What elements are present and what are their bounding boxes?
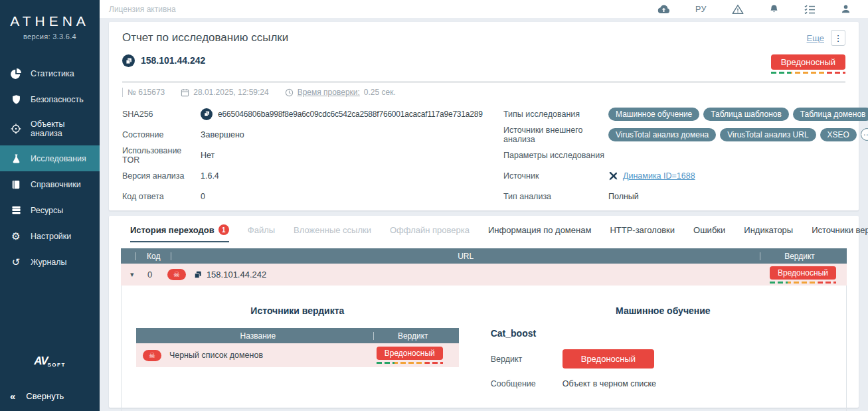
sidebar-item-security[interactable]: Безопасность — [0, 86, 100, 112]
bell-icon[interactable] — [769, 4, 779, 15]
verdict-source-verdict-wrap: Вредоносный — [367, 347, 452, 364]
tabs-bar: История переходов 1 Файлы Вложенные ссыл… — [121, 224, 847, 242]
tab-indicators[interactable]: Индикаторы — [744, 225, 793, 242]
ml-message-label: Сообщение — [491, 379, 563, 388]
expanded-row-panel: Источники вердикта Название Вердикт ☠ Че… — [121, 286, 847, 411]
target-row: 158.101.44.242 Вредоносный — [122, 54, 845, 74]
column-verdict: Вердикт — [374, 331, 452, 341]
collapse-row-icon[interactable]: ▾ — [130, 270, 147, 279]
check-time-value: 0.25 сек. — [364, 88, 396, 97]
collapse-label: Свернуть — [26, 391, 64, 401]
history-table: Код URL Вердикт ▾ 0 ☠ 158.101.44.242 — [121, 248, 847, 411]
more-link[interactable]: Еще — [807, 33, 824, 43]
tab-errors[interactable]: Ошибки — [693, 225, 725, 242]
tab-label: Оффлайн проверка — [390, 225, 470, 235]
source-link[interactable]: Динамика ID=1688 — [623, 171, 695, 181]
detail-row-state: Состояние Завершено — [122, 124, 503, 145]
server-icon — [10, 205, 22, 216]
sidebar-item-directories[interactable]: Справочники — [0, 171, 100, 197]
sidebar-item-label: Ресурсы — [31, 206, 63, 215]
column-divider — [135, 252, 136, 260]
sidebar-item-analysis-objects[interactable]: Объекты анализа — [0, 112, 100, 145]
pie-chart-icon — [10, 68, 22, 79]
sidebar-nav: Статистика Безопасность Объекты анализа … — [0, 60, 100, 275]
research-type-pill: Таблица доменов — [793, 108, 868, 121]
verdict-sources-section: Источники вердикта Название Вердикт ☠ Че… — [132, 296, 463, 399]
tab-count-badge: 1 — [218, 224, 229, 235]
detail-label: SHA256 — [122, 110, 201, 119]
check-time: Время проверки: 0.25 сек. — [285, 88, 396, 97]
sidebar-item-settings[interactable]: ⚙ Настройки — [0, 223, 100, 249]
detail-label: Использование TOR — [122, 146, 201, 165]
history-icon: ↺ — [10, 256, 22, 268]
more-pills-button[interactable]: ⋯ — [861, 128, 868, 141]
sidebar-item-label: Настройки — [31, 232, 71, 241]
check-time-label[interactable]: Время проверки: — [298, 88, 360, 97]
ml-verdict-row: Вердикт Вредоносный — [491, 349, 835, 369]
column-name: Название — [143, 331, 373, 341]
main-area: Лицензия активна РУ — [100, 0, 868, 411]
verdict-source-badge: Вредоносный — [377, 347, 443, 360]
sidebar-item-statistics[interactable]: Статистика — [0, 60, 100, 86]
analysis-type-value: Полный — [608, 190, 639, 203]
tab-http-headers[interactable]: HTTP-заголовки — [610, 225, 675, 242]
avsoft-logo-sub: SOFT — [48, 362, 66, 368]
tab-history[interactable]: История переходов 1 — [130, 224, 229, 242]
warning-icon[interactable] — [732, 4, 744, 15]
tab-verdict-sources[interactable]: Источники вердикта — [812, 225, 868, 242]
tab-label: Вложенные ссылки — [294, 225, 371, 235]
collapse-button[interactable]: « Свернуть — [0, 382, 100, 411]
details-right: Типы исследования Машинное обучение Табл… — [503, 104, 845, 206]
target-address: 158.101.44.242 — [141, 54, 205, 67]
table-row[interactable]: ▾ 0 ☠ 158.101.44.242 Вредоносный — [121, 264, 847, 286]
ml-verdict-label: Вердикт — [491, 355, 563, 364]
tab-domain-info[interactable]: Информация по доменам — [488, 225, 591, 242]
flask-icon — [10, 153, 22, 164]
tab-label: HTTP-заголовки — [610, 225, 675, 235]
history-table-header: Код URL Вердикт — [121, 248, 847, 264]
severity-meter — [770, 282, 836, 284]
details-left: SHA256 e665046806ba998f8e9a6c09cdc6c542c… — [122, 104, 503, 206]
gear-icon: ⚙ — [10, 230, 22, 242]
ml-verdict-badge: Вредоносный — [563, 349, 654, 369]
sidebar-item-label: Объекты анализа — [31, 120, 90, 138]
ml-model-name: Cat_boost — [491, 328, 835, 339]
skull-icon: ☠ — [167, 269, 186, 280]
external-source-pill: VirusTotal анализ домена — [608, 128, 716, 141]
copy-icon[interactable] — [201, 108, 213, 120]
user-icon[interactable] — [841, 4, 851, 14]
state-value: Завершено — [201, 128, 244, 141]
clock-icon — [285, 88, 294, 97]
tab-label: История переходов — [130, 225, 215, 235]
row-url: 158.101.44.242 — [207, 270, 266, 280]
severity-meter — [377, 362, 443, 364]
detail-row-response-code: Код ответа 0 — [122, 186, 503, 206]
row-verdict-wrap: Вредоносный — [770, 266, 836, 284]
calendar-icon — [181, 88, 189, 97]
copy-icon[interactable] — [122, 54, 135, 67]
tasks-list-icon[interactable] — [804, 5, 816, 14]
column-verdict: Вердикт — [760, 252, 839, 261]
tab-label: Файлы — [248, 225, 275, 235]
ml-message-row: Сообщение Объект в черном списке — [491, 379, 835, 388]
detail-row-sha256: SHA256 e665046806ba998f8e9a6c09cdc6c542c… — [122, 104, 503, 124]
copy-icon[interactable] — [194, 271, 202, 279]
external-source-pill: VirusTotal анализ URL — [720, 128, 816, 141]
detail-label: Тип анализа — [503, 192, 608, 201]
report-date: 28.01.2025, 12:59:24 — [181, 88, 268, 97]
kebab-menu-button[interactable]: ⋮ — [831, 30, 845, 46]
detail-label: Параметры исследования — [503, 151, 608, 160]
sidebar-item-label: Безопасность — [31, 95, 84, 104]
app-logo: ATHENA — [4, 13, 96, 29]
verdict-badge: Вредоносный — [771, 54, 845, 70]
sidebar-item-label: Исследования — [31, 154, 86, 163]
verdict-source-row: ☠ Черный список доменов Вредоносный — [136, 343, 459, 367]
sidebar-item-journals[interactable]: ↺ Журналы — [0, 249, 100, 275]
logo-block: ATHENA версия: 3.3.6.4 — [0, 0, 100, 51]
column-code: Код — [147, 252, 160, 261]
topbar: Лицензия активна РУ — [100, 0, 868, 18]
sidebar-item-resources[interactable]: Ресурсы — [0, 197, 100, 223]
sidebar-item-investigations[interactable]: Исследования — [0, 145, 100, 171]
cloud-upload-icon[interactable] — [657, 5, 670, 14]
language-switcher[interactable]: РУ — [695, 5, 707, 14]
